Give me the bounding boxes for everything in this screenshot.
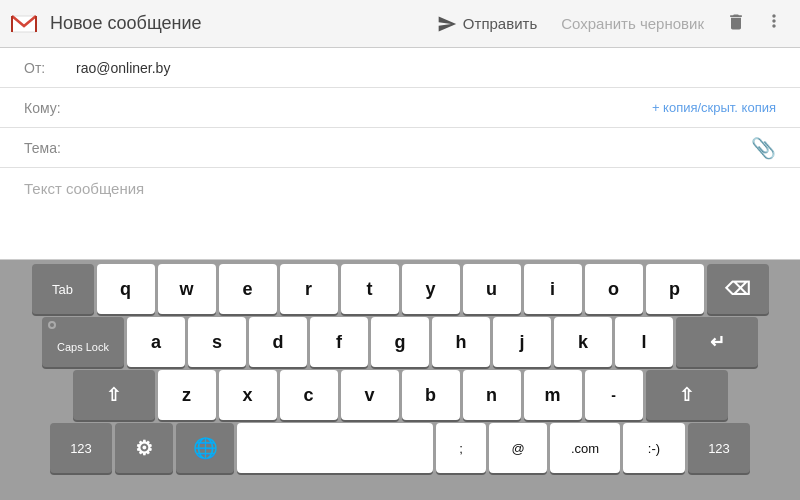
enter-key[interactable]: ↵ — [676, 317, 758, 367]
app-bar: Новое сообщение Отправить Сохранить черн… — [0, 0, 800, 48]
key-row-4: 123 ⚙ 🌐 ; @ .com :-) 123 — [2, 423, 798, 473]
from-label: От: — [24, 60, 76, 76]
subject-input[interactable] — [76, 140, 751, 156]
at-key[interactable]: @ — [489, 423, 547, 473]
g-key[interactable]: g — [371, 317, 429, 367]
q-key[interactable]: q — [97, 264, 155, 314]
x-key[interactable]: x — [219, 370, 277, 420]
caps-lock-key[interactable]: Caps Lock — [42, 317, 124, 367]
send-button[interactable]: Отправить — [425, 10, 549, 38]
right-shift-key[interactable]: ⇧ — [646, 370, 728, 420]
m-key[interactable]: m — [524, 370, 582, 420]
d-key[interactable]: d — [249, 317, 307, 367]
body-area[interactable]: Текст сообщения — [0, 168, 800, 260]
to-row: Кому: + копия/скрыт. копия — [0, 88, 800, 128]
key-row-3: ⇧ z x c v b n m - ⇧ — [2, 370, 798, 420]
settings-key[interactable]: ⚙ — [115, 423, 173, 473]
e-key[interactable]: e — [219, 264, 277, 314]
n-key[interactable]: n — [463, 370, 521, 420]
gmail-icon — [8, 8, 40, 40]
l-key[interactable]: l — [615, 317, 673, 367]
j-key[interactable]: j — [493, 317, 551, 367]
from-row: От: rao@onliner.by — [0, 48, 800, 88]
i-key[interactable]: i — [524, 264, 582, 314]
numbers-key-right[interactable]: 123 — [688, 423, 750, 473]
key-row-1: Tab q w e r t y u i o p ⌫ — [2, 264, 798, 314]
delete-icon — [726, 12, 746, 32]
keyboard: Tab q w e r t y u i o p ⌫ Caps Lock a s … — [0, 260, 800, 500]
attachment-icon[interactable]: 📎 — [751, 136, 776, 160]
subject-row: Тема: 📎 — [0, 128, 800, 168]
v-key[interactable]: v — [341, 370, 399, 420]
c-key[interactable]: c — [280, 370, 338, 420]
compose-area: От: rao@onliner.by Кому: + копия/скрыт. … — [0, 48, 800, 260]
overflow-menu-button[interactable] — [756, 7, 792, 40]
b-key[interactable]: b — [402, 370, 460, 420]
z-key[interactable]: z — [158, 370, 216, 420]
o-key[interactable]: o — [585, 264, 643, 314]
globe-key[interactable]: 🌐 — [176, 423, 234, 473]
to-input[interactable] — [76, 100, 652, 116]
cc-bcc-button[interactable]: + копия/скрыт. копия — [652, 100, 776, 115]
t-key[interactable]: t — [341, 264, 399, 314]
from-value: rao@onliner.by — [76, 60, 776, 76]
r-key[interactable]: r — [280, 264, 338, 314]
subject-label: Тема: — [24, 140, 76, 156]
dotcom-key[interactable]: .com — [550, 423, 620, 473]
f-key[interactable]: f — [310, 317, 368, 367]
smiley-key[interactable]: :-) — [623, 423, 685, 473]
s-key[interactable]: s — [188, 317, 246, 367]
dash-key[interactable]: - — [585, 370, 643, 420]
to-label: Кому: — [24, 100, 76, 116]
save-draft-button[interactable]: Сохранить черновик — [549, 11, 716, 36]
u-key[interactable]: u — [463, 264, 521, 314]
compose-title: Новое сообщение — [50, 13, 425, 34]
backspace-key[interactable]: ⌫ — [707, 264, 769, 314]
body-placeholder: Текст сообщения — [24, 180, 144, 197]
send-icon — [437, 14, 457, 34]
key-row-2: Caps Lock a s d f g h j k l ↵ — [2, 317, 798, 367]
a-key[interactable]: a — [127, 317, 185, 367]
send-label: Отправить — [463, 15, 537, 32]
tab-key[interactable]: Tab — [32, 264, 94, 314]
p-key[interactable]: p — [646, 264, 704, 314]
numbers-key-left[interactable]: 123 — [50, 423, 112, 473]
y-key[interactable]: y — [402, 264, 460, 314]
w-key[interactable]: w — [158, 264, 216, 314]
semicolon-key[interactable]: ; — [436, 423, 486, 473]
k-key[interactable]: k — [554, 317, 612, 367]
overflow-icon — [764, 11, 784, 31]
left-shift-key[interactable]: ⇧ — [73, 370, 155, 420]
space-key[interactable] — [237, 423, 433, 473]
delete-button[interactable] — [716, 8, 756, 40]
h-key[interactable]: h — [432, 317, 490, 367]
